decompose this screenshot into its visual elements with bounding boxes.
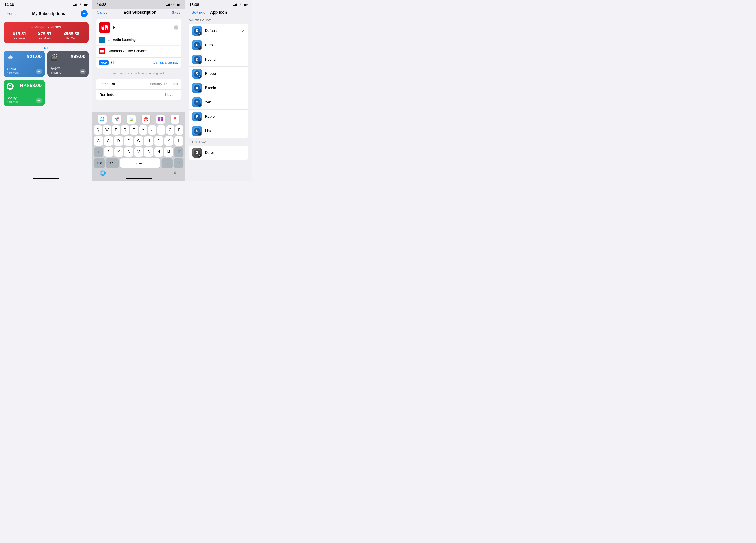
- spotify-price: HK$58.00: [20, 83, 42, 88]
- lira-icon-label: Lira: [205, 129, 245, 133]
- key-language[interactable]: 英/中: [106, 158, 119, 168]
- aiqiyi-info: 爱奇艺 4 Months: [51, 65, 61, 74]
- emoji-key-2[interactable]: ✂️: [112, 115, 121, 124]
- currency-row: HKD 25 Change Currency: [96, 57, 181, 68]
- key-f[interactable]: F: [124, 136, 133, 146]
- icon-row-lira[interactable]: ₺ ↗ Lira: [189, 124, 248, 138]
- key-l[interactable]: L: [174, 136, 183, 146]
- emoji-key-1[interactable]: 🌐: [98, 115, 107, 124]
- icon-row-rupee[interactable]: ₹ ↗ Rupee: [189, 67, 248, 81]
- svg-rect-7: [166, 5, 167, 6]
- key-backspace[interactable]: ⌫: [174, 147, 183, 157]
- monthly-expense: ¥79.87 Per Month: [38, 31, 51, 40]
- change-currency-button[interactable]: Change Currency: [152, 61, 178, 64]
- key-m[interactable]: M: [164, 147, 173, 157]
- microphone-icon[interactable]: 🎙: [173, 170, 177, 176]
- settings-back-label: Settings: [192, 10, 205, 15]
- key-numbers[interactable]: 123: [94, 158, 105, 168]
- key-e[interactable]: E: [112, 125, 120, 135]
- key-y[interactable]: Y: [139, 125, 147, 135]
- key-t[interactable]: T: [130, 125, 138, 135]
- page-title-2: Edit Subscription: [124, 10, 157, 15]
- spotify-subscription-card[interactable]: HK$58.00 Spotify Next Month •••: [4, 80, 45, 106]
- key-b[interactable]: B: [144, 147, 153, 157]
- reminder-row[interactable]: Reminder Never ›: [96, 89, 181, 100]
- keyboard-bottom-row: 123 英/中 space ., ↩: [93, 158, 184, 168]
- signal-icon-3: [233, 3, 237, 6]
- key-x[interactable]: X: [114, 147, 123, 157]
- ruble-currency-circle: ₽: [194, 113, 200, 120]
- dark-tower-icon-list: $ ↗ Dollar: [189, 146, 248, 160]
- latest-bill-row[interactable]: Latest Bill January 17, 2020: [96, 79, 181, 89]
- svg-point-21: [101, 50, 102, 51]
- emoji-key-4[interactable]: 🎯: [142, 115, 150, 124]
- key-punct[interactable]: .,: [162, 158, 173, 168]
- key-p[interactable]: P: [175, 125, 183, 135]
- page-title-1: My Subscriptions: [32, 11, 65, 16]
- key-s[interactable]: S: [104, 136, 113, 146]
- key-u[interactable]: U: [148, 125, 156, 135]
- svg-rect-9: [168, 4, 169, 6]
- aiqiyi-subscription-card[interactable]: 🎬 ¥99.00 爱奇艺 4 Months •••: [47, 51, 89, 77]
- key-d[interactable]: D: [114, 136, 123, 146]
- pound-icon-thumb: £ ↗: [192, 55, 202, 64]
- status-bar-2: 14:38: [92, 0, 185, 9]
- clear-input-button[interactable]: ✕: [174, 25, 178, 30]
- keyboard-row-3: ⇧ Z X C V B N M ⌫: [93, 147, 184, 157]
- suggestion-nintendo[interactable]: Nintendo Online Services: [96, 46, 181, 57]
- cancel-button[interactable]: Cancel: [97, 10, 108, 15]
- status-icons-1: [73, 3, 88, 6]
- emoji-key-5[interactable]: ✝️: [156, 115, 165, 124]
- globe-icon[interactable]: 🌐: [100, 170, 106, 176]
- icloud-subscription-card[interactable]: ☁️ ¥21.00 iCloud Next Month •••: [4, 51, 45, 77]
- currency-amount[interactable]: 25: [110, 60, 151, 65]
- key-q[interactable]: Q: [94, 125, 102, 135]
- key-a[interactable]: A: [94, 136, 103, 146]
- rupee-icon-label: Rupee: [205, 71, 245, 76]
- back-label-1[interactable]: Home: [7, 11, 16, 16]
- suggestion-linkedin[interactable]: in LinkedIn Learning: [96, 34, 181, 46]
- white-house-icon-list: $ ↗ Default ✓ € ↗ Euro £ ↗ Pound ₹: [189, 24, 248, 138]
- spotify-more-button[interactable]: •••: [36, 98, 42, 103]
- key-j[interactable]: J: [154, 136, 163, 146]
- key-return[interactable]: ↩: [174, 158, 183, 168]
- icon-row-ruble[interactable]: ₽ ↗ Ruble: [189, 110, 248, 124]
- key-o[interactable]: O: [166, 125, 174, 135]
- subscription-name-input[interactable]: [113, 24, 178, 31]
- expenses-card: Average Expenses ¥19.81 Per Week ¥79.87 …: [4, 22, 89, 43]
- icon-row-bitcoin[interactable]: ₿ ↗ Bitcoin: [189, 81, 248, 95]
- key-space[interactable]: space: [120, 158, 160, 168]
- key-v[interactable]: V: [134, 147, 143, 157]
- key-shift[interactable]: ⇧: [94, 147, 103, 157]
- weekly-amount: ¥19.81: [13, 31, 26, 36]
- key-z[interactable]: Z: [104, 147, 113, 157]
- keyboard-row-2: A S D F G H J K L: [93, 136, 184, 146]
- icon-row-pound[interactable]: £ ↗ Pound: [189, 52, 248, 67]
- settings-back-button[interactable]: ‹ Settings: [189, 10, 205, 15]
- save-button[interactable]: Save: [172, 10, 180, 15]
- battery-icon-3: [244, 3, 248, 6]
- key-n[interactable]: N: [154, 147, 163, 157]
- emoji-key-3[interactable]: 🍃: [127, 115, 136, 124]
- aiqiyi-more-button[interactable]: •••: [80, 69, 86, 74]
- icloud-more-button[interactable]: •••: [36, 69, 42, 74]
- key-k[interactable]: K: [164, 136, 173, 146]
- linkedin-icon: in: [99, 37, 105, 43]
- back-button-1[interactable]: ‹ Home: [4, 11, 16, 16]
- key-g[interactable]: G: [134, 136, 143, 146]
- add-subscription-button[interactable]: +: [81, 10, 88, 17]
- emoji-key-6[interactable]: 📍: [171, 115, 179, 124]
- key-r[interactable]: R: [121, 125, 129, 135]
- key-i[interactable]: I: [157, 125, 165, 135]
- key-h[interactable]: H: [144, 136, 153, 146]
- wifi-icon-2: [171, 3, 175, 6]
- svg-rect-28: [244, 4, 246, 5]
- yen-icon-label: Yen: [205, 100, 245, 104]
- key-c[interactable]: C: [124, 147, 133, 157]
- key-w[interactable]: W: [103, 125, 111, 135]
- subscription-logo[interactable]: [99, 22, 110, 33]
- icon-row-dollar-dark[interactable]: $ ↗ Dollar: [189, 146, 248, 160]
- icon-row-yen[interactable]: ¥ ↗ Yen: [189, 95, 248, 110]
- icon-row-default[interactable]: $ ↗ Default ✓: [189, 24, 248, 38]
- icon-row-euro[interactable]: € ↗ Euro: [189, 38, 248, 52]
